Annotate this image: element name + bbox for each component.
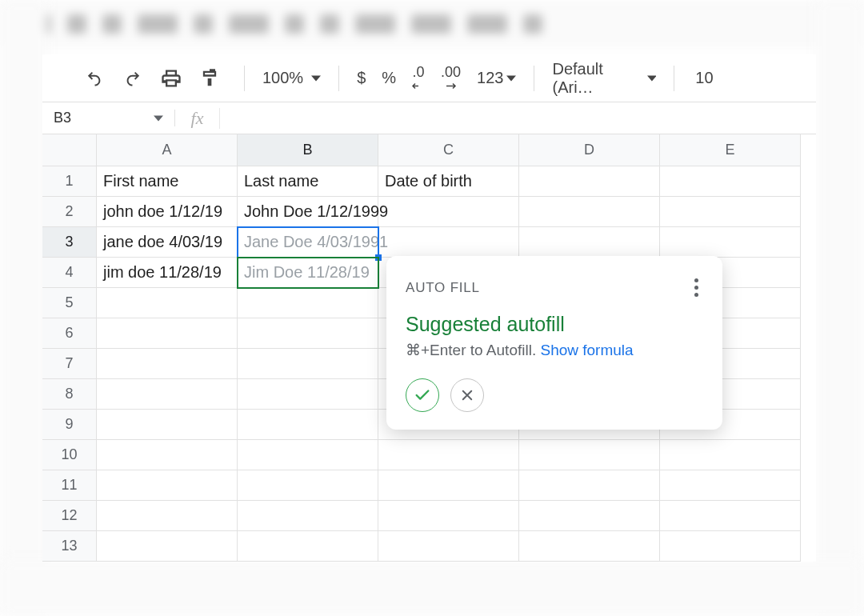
cell-B6[interactable] [238,318,378,349]
format-currency-button[interactable]: $ [349,65,374,92]
cell-D13[interactable] [519,531,660,562]
print-button[interactable] [158,65,185,92]
cell-B3[interactable]: Jane Doe 4/03/1991 [238,227,378,258]
cell-B7[interactable] [238,349,378,379]
cell-A2[interactable]: john doe 1/12/19 [97,197,238,227]
cell-E13[interactable] [660,531,801,562]
col-header-B[interactable]: B [238,134,378,166]
cell-D12[interactable] [519,501,660,531]
cell-A1[interactable]: First name [97,166,238,197]
row-header-8[interactable]: 8 [42,379,97,410]
cell-C2[interactable] [378,197,519,227]
cell-B8[interactable] [238,379,378,410]
row-header-6[interactable]: 6 [42,318,97,349]
row-header-2[interactable]: 2 [42,197,97,227]
cell-C10[interactable] [378,440,519,470]
name-box[interactable]: B3 [42,110,175,126]
cell-A9[interactable] [97,410,238,440]
cell-D11[interactable] [519,470,660,501]
cell-E11[interactable] [660,470,801,501]
sheet-grid: A B C D E 1 First name Last name Date of… [42,134,816,562]
cell-B1[interactable]: Last name [238,166,378,197]
row-header-11[interactable]: 11 [42,470,97,501]
cell-E2[interactable] [660,197,801,227]
row-header-4[interactable]: 4 [42,258,97,288]
cell-B13[interactable] [238,531,378,562]
cell-A10[interactable] [97,440,238,470]
zoom-value: 100% [262,69,303,87]
paint-format-button[interactable] [196,65,223,92]
cell-B2[interactable]: John Doe 1/12/1999 [238,197,378,227]
cell-C3[interactable] [378,227,519,258]
col-header-D[interactable]: D [519,134,660,166]
cell-D3[interactable] [519,227,660,258]
cell-B11[interactable] [238,470,378,501]
autofill-popup-hint: ⌘+Enter to Autofill. Show formula [406,341,703,359]
row-header-13[interactable]: 13 [42,531,97,562]
cell-A5[interactable] [97,288,238,318]
cell-B5[interactable] [238,288,378,318]
cell-D2[interactable] [519,197,660,227]
cell-C11[interactable] [378,470,519,501]
undo-button[interactable] [81,65,108,92]
cell-A4[interactable]: jim doe 11/28/19 [97,258,238,288]
font-size-input[interactable]: 10 [684,69,724,87]
row-header-10[interactable]: 10 [42,440,97,470]
cell-A11[interactable] [97,470,238,501]
col-header-C[interactable]: C [378,134,519,166]
cell-E3[interactable] [660,227,801,258]
autofill-popup-header: AUTO FILL [406,280,480,296]
number-format-select[interactable]: 123 [469,65,524,92]
cell-A12[interactable] [97,501,238,531]
cell-C13[interactable] [378,531,519,562]
cell-A8[interactable] [97,379,238,410]
fx-icon: fx [175,108,220,129]
toolbar: 100% $ % .0 .00 123 Default (Ari… 10 [42,54,816,102]
cell-E1[interactable] [660,166,801,197]
font-family-select[interactable]: Default (Ari… [544,60,664,97]
autofill-reject-button[interactable] [450,378,484,412]
cell-B10[interactable] [238,440,378,470]
row-header-12[interactable]: 12 [42,501,97,531]
col-header-A[interactable]: A [97,134,238,166]
cell-D10[interactable] [519,440,660,470]
cell-A13[interactable] [97,531,238,562]
increase-decimals-button[interactable]: .00 [433,65,469,92]
format-percent-button[interactable]: % [374,65,404,92]
name-box-value: B3 [54,110,71,126]
autofill-popup: AUTO FILL Suggested autofill ⌘+Enter to … [386,256,722,430]
cell-D1[interactable] [519,166,660,197]
zoom-select[interactable]: 100% [254,69,329,87]
row-header-7[interactable]: 7 [42,349,97,379]
select-all-corner[interactable] [42,134,97,166]
redo-button[interactable] [119,65,146,92]
show-formula-link[interactable]: Show formula [540,342,633,358]
cell-B9[interactable] [238,410,378,440]
row-header-1[interactable]: 1 [42,166,97,197]
row-header-3[interactable]: 3 [42,227,97,258]
cell-C1[interactable]: Date of birth [378,166,519,197]
font-family-value: Default (Ari… [552,60,646,97]
cell-E12[interactable] [660,501,801,531]
autofill-accept-button[interactable] [406,378,439,412]
decrease-decimals-button[interactable]: .0 [404,65,433,92]
cell-B4[interactable]: Jim Doe 11/28/19 [238,258,378,288]
autofill-popup-title: Suggested autofill [406,313,703,336]
cell-A3[interactable]: jane doe 4/03/19 [97,227,238,258]
cell-B12[interactable] [238,501,378,531]
row-header-9[interactable]: 9 [42,410,97,440]
cell-C12[interactable] [378,501,519,531]
cell-E10[interactable] [660,440,801,470]
cell-A6[interactable] [97,318,238,349]
col-header-E[interactable]: E [660,134,801,166]
row-header-5[interactable]: 5 [42,288,97,318]
cell-A7[interactable] [97,349,238,379]
autofill-more-button[interactable] [690,274,703,302]
